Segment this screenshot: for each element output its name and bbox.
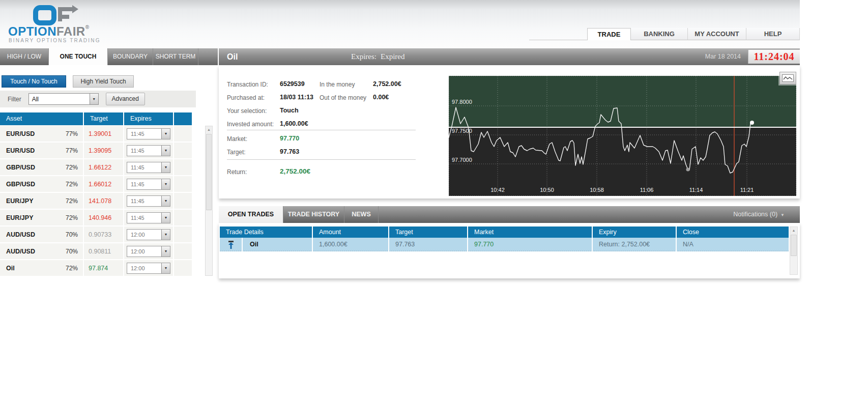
trade-row[interactable]: Oil1,600.00€97.76397.770Return: 2,752.00… — [220, 238, 789, 251]
chevron-down-icon[interactable]: ▼ — [161, 146, 170, 156]
tab-one-touch[interactable]: ONE TOUCH — [49, 48, 108, 65]
detail-label: Transaction ID: — [227, 81, 268, 88]
expiry-value: 11:45 — [127, 129, 161, 139]
trades-scrollbar[interactable]: ▲ — [790, 227, 798, 275]
tab-boundary[interactable]: BOUNDARY — [108, 48, 153, 65]
tab-news[interactable]: NEWS — [344, 206, 379, 223]
chevron-down-icon[interactable]: ▼ — [161, 179, 170, 189]
expiry-dropdown[interactable]: 11:45▼ — [127, 179, 170, 190]
scrollbar-thumb[interactable] — [206, 134, 212, 210]
scrollbar-thumb[interactable] — [791, 235, 797, 256]
expiry-dropdown[interactable]: 11:45▼ — [127, 145, 170, 156]
asset-row-eur-jpy[interactable]: EUR/JPY72%141.07811:45▼ — [0, 193, 192, 209]
x-axis-label: 10:42 — [490, 187, 505, 193]
asset-payout: 77% — [66, 147, 78, 154]
asset-row-aud-usd[interactable]: AUD/USD70%0.9073312:00▼ — [0, 227, 192, 242]
filter-selected-value: All — [29, 96, 90, 103]
row-filler — [174, 227, 192, 242]
scroll-up-icon[interactable]: ▲ — [206, 126, 212, 133]
asset-row-eur-jpy[interactable]: EUR/JPY72%140.94611:45▼ — [0, 210, 192, 225]
asset-payout: 70% — [66, 248, 78, 255]
asset-cell: EUR/JPY72% — [0, 193, 84, 209]
notifications-dropdown[interactable]: Notifications (0)▼ — [733, 206, 785, 223]
advanced-button[interactable]: Advanced — [106, 93, 145, 105]
row-filler — [174, 193, 192, 209]
asset-cell: Oil72% — [0, 260, 84, 276]
column-header-close: Close — [677, 227, 789, 238]
asset-payout: 72% — [66, 265, 78, 272]
asset-table: EUR/USD77%1.3900111:45▼EUR/USD77%1.39095… — [0, 126, 192, 277]
asset-payout: 77% — [66, 130, 78, 137]
asset-name: EUR/USD — [6, 147, 35, 154]
asset-payout: 72% — [66, 164, 78, 171]
asset-row-oil[interactable]: Oil72%97.87412:00▼ — [0, 260, 192, 276]
column-header-market: Market — [468, 227, 593, 238]
position-asset-title: Oil — [227, 48, 238, 65]
tab-short-term[interactable]: SHORT TERM — [153, 48, 198, 65]
x-axis-label: 11:21 — [740, 187, 754, 193]
expires-cell: 11:45▼ — [124, 126, 174, 142]
asset-row-eur-usd[interactable]: EUR/USD77%1.3900111:45▼ — [0, 126, 192, 142]
asset-name: Oil — [6, 265, 15, 272]
top-nav-banking[interactable]: BANKING — [631, 28, 688, 40]
chevron-down-icon[interactable]: ▼ — [161, 162, 170, 173]
asset-name: AUD/USD — [6, 248, 35, 255]
asset-cell: AUD/USD70% — [0, 227, 84, 242]
top-nav-my-account[interactable]: MY ACCOUNT — [688, 28, 746, 40]
chevron-down-icon[interactable]: ▼ — [161, 246, 170, 257]
chart-type-button[interactable] — [779, 72, 796, 84]
sidebar-scrollbar[interactable]: ▲ — [205, 126, 213, 276]
expiry-dropdown[interactable]: 12:00▼ — [127, 229, 170, 240]
chevron-down-icon[interactable]: ▼ — [161, 196, 170, 206]
column-header-target-price: Target Price — [84, 112, 124, 125]
asset-row-eur-usd[interactable]: EUR/USD77%1.3909511:45▼ — [0, 143, 192, 158]
target-price: 0.90733 — [84, 227, 124, 242]
server-clock: 11:24:04 — [748, 50, 800, 64]
chevron-down-icon[interactable]: ▼ — [161, 129, 170, 139]
touch-no-touch-button[interactable]: Touch / No Touch — [2, 75, 66, 88]
detail-label: Invested amount: — [227, 121, 274, 128]
top-nav-help[interactable]: HELP — [746, 28, 800, 40]
asset-name: AUD/USD — [6, 231, 35, 238]
scroll-up-icon[interactable]: ▲ — [790, 227, 797, 234]
touch-direction-cell — [220, 238, 243, 251]
expiry-dropdown[interactable]: 11:45▼ — [127, 212, 170, 223]
expiry-value: 11:45 — [127, 196, 161, 206]
money-label: In the money — [320, 81, 355, 88]
expiry-dropdown[interactable]: 11:45▼ — [127, 195, 170, 207]
chevron-down-icon[interactable]: ▼ — [161, 213, 170, 223]
expiry-dropdown[interactable]: 11:45▼ — [127, 162, 170, 173]
asset-name: GBP/USD — [6, 164, 35, 171]
expires-cell: 12:00▼ — [124, 243, 174, 259]
chevron-down-icon[interactable]: ▼ — [161, 263, 170, 273]
column-header-trade-details: Trade Details — [220, 227, 313, 238]
tab-open-trades[interactable]: OPEN TRADES — [219, 206, 283, 223]
asset-name: EUR/USD — [6, 130, 35, 137]
trade-asset-name: Oil — [243, 238, 258, 251]
asset-row-gbp-usd[interactable]: GBP/USD72%1.6601211:45▼ — [0, 176, 192, 192]
quote-value: 97.763 — [280, 148, 299, 155]
asset-cell: AUD/USD70% — [0, 243, 84, 259]
row-filler — [174, 176, 192, 192]
chevron-down-icon[interactable]: ▼ — [161, 230, 170, 240]
high-yield-touch-button[interactable]: High Yield Touch — [73, 75, 134, 88]
brand-secondary: FAIR — [56, 24, 85, 38]
column-header-expires: Expires — [124, 112, 174, 125]
top-header: OPTIONFAIR® BINARY OPTIONS TRADING TRADE… — [0, 0, 800, 48]
filter-dropdown[interactable]: All ▼ — [28, 93, 99, 105]
tab-trade-history[interactable]: TRADE HISTORY — [283, 206, 344, 223]
optionfair-mark-icon — [33, 5, 81, 25]
chevron-down-icon[interactable]: ▼ — [90, 94, 98, 104]
asset-row-aud-usd[interactable]: AUD/USD70%0.9081112:00▼ — [0, 243, 192, 259]
expiry-value: 11:45 — [127, 213, 161, 223]
top-nav-trade[interactable]: TRADE — [587, 28, 631, 40]
divider — [227, 159, 416, 160]
bottom-tabs: OPEN TRADESTRADE HISTORYNEWS — [219, 206, 379, 223]
asset-cell: EUR/JPY72% — [0, 210, 84, 225]
asset-row-gbp-usd[interactable]: GBP/USD72%1.6612211:45▼ — [0, 159, 192, 175]
expiry-dropdown[interactable]: 12:00▼ — [127, 246, 170, 257]
expiry-dropdown[interactable]: 12:00▼ — [127, 263, 170, 274]
expiry-dropdown[interactable]: 11:45▼ — [127, 128, 170, 139]
tab-high-low[interactable]: HIGH / LOW — [0, 48, 49, 65]
target-price: 1.39001 — [84, 126, 124, 142]
